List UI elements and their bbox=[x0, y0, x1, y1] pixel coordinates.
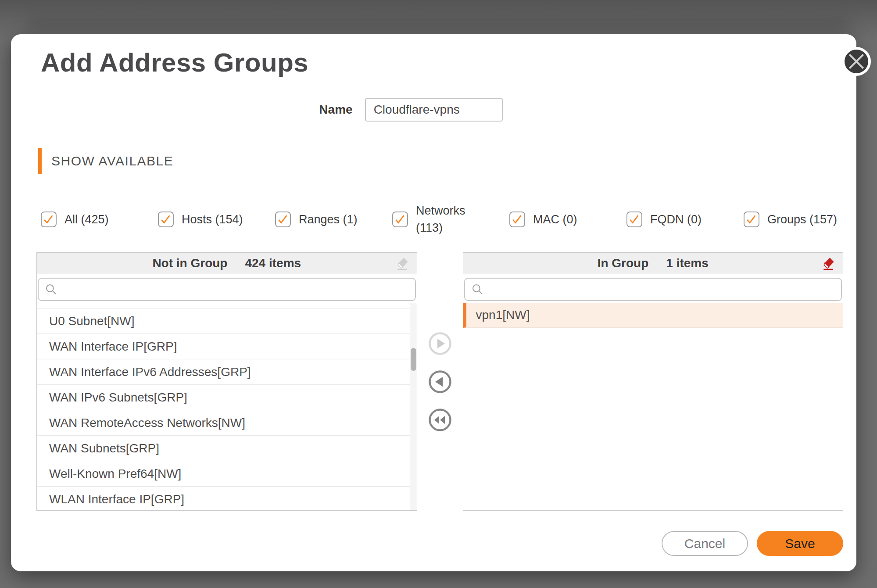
check-icon bbox=[393, 212, 407, 227]
check-icon bbox=[627, 212, 641, 227]
transfer-panels: Not in Group 424 items bbox=[36, 252, 843, 511]
cancel-button[interactable]: Cancel bbox=[662, 531, 748, 556]
filter-label: Groups (157) bbox=[767, 211, 837, 228]
filter-checkbox-item[interactable]: Groups (157) bbox=[744, 211, 837, 228]
filter-checkbox-item[interactable]: Ranges (1) bbox=[275, 211, 392, 228]
in-group-items: vpn1[NW] bbox=[463, 303, 843, 328]
filter-label: Hosts (154) bbox=[182, 211, 243, 228]
filter-checkbox-item[interactable]: FQDN (0) bbox=[626, 211, 744, 228]
name-field-row: Name bbox=[7, 98, 814, 122]
save-button[interactable]: Save bbox=[757, 531, 843, 556]
search-icon bbox=[45, 283, 58, 296]
scrollbar-track[interactable] bbox=[410, 303, 417, 510]
checkbox-icon[interactable] bbox=[626, 212, 642, 227]
list-item[interactable]: WAN Interface IP[GRP] bbox=[37, 334, 417, 359]
checkbox-icon[interactable] bbox=[392, 212, 408, 227]
list-item[interactable]: U0 Subnet[NW] bbox=[37, 308, 417, 334]
in-group-panel: In Group 1 items bbox=[463, 252, 844, 511]
checkbox-icon[interactable] bbox=[158, 212, 174, 227]
list-item[interactable]: WLAN Interface IP[GRP] bbox=[37, 487, 417, 510]
not-in-group-search bbox=[38, 278, 416, 301]
backdrop-blur-content bbox=[26, 18, 851, 29]
add-address-groups-dialog: Add Address Groups Name SHOW AVAILABLE A… bbox=[11, 34, 856, 571]
search-input[interactable] bbox=[63, 283, 409, 296]
not-in-group-panel: Not in Group 424 items bbox=[36, 252, 417, 511]
checkbox-icon[interactable] bbox=[41, 212, 57, 227]
show-available-section: SHOW AVAILABLE bbox=[38, 148, 843, 174]
close-icon bbox=[845, 50, 868, 73]
list-item[interactable]: WAN IPv6 Subnets[GRP] bbox=[37, 385, 417, 410]
filter-label: Ranges (1) bbox=[299, 211, 358, 228]
section-label: SHOW AVAILABLE bbox=[51, 154, 173, 169]
check-icon bbox=[510, 212, 524, 227]
filter-checkbox-item[interactable]: MAC (0) bbox=[509, 211, 626, 228]
checkbox-icon[interactable] bbox=[275, 212, 291, 227]
name-input[interactable] bbox=[365, 98, 503, 122]
checkbox-icon[interactable] bbox=[509, 212, 525, 227]
filter-checkbox-row: All (425) Hosts (154) Ranges (1) bbox=[41, 202, 843, 237]
eraser-icon bbox=[821, 256, 835, 270]
filter-checkbox-item[interactable]: All (425) bbox=[41, 211, 158, 228]
move-right-button[interactable] bbox=[428, 332, 452, 355]
transfer-buttons bbox=[417, 252, 463, 511]
name-label: Name bbox=[319, 103, 352, 117]
search-input[interactable] bbox=[490, 283, 835, 296]
not-in-group-items: U0 Subnet[NW] WAN Interface IP[GRP] WAN … bbox=[37, 308, 417, 510]
filter-label: All (425) bbox=[64, 211, 109, 228]
dialog-footer: Cancel Save bbox=[36, 531, 843, 556]
filter-label: Networks (113) bbox=[416, 202, 475, 237]
not-in-group-list: U0 Subnet[NW] WAN Interface IP[GRP] WAN … bbox=[37, 303, 417, 510]
check-icon bbox=[745, 212, 759, 227]
filter-label: MAC (0) bbox=[533, 211, 577, 228]
not-in-group-count: 424 items bbox=[245, 256, 301, 270]
in-group-list: vpn1[NW] bbox=[463, 303, 843, 510]
in-group-count: 1 items bbox=[666, 256, 709, 270]
double-arrow-left-icon bbox=[428, 408, 452, 432]
move-left-button[interactable] bbox=[428, 370, 452, 394]
scrollbar-thumb[interactable] bbox=[411, 348, 416, 371]
search-icon bbox=[471, 283, 484, 296]
checkbox-icon[interactable] bbox=[744, 212, 759, 227]
list-item[interactable]: WAN Subnets[GRP] bbox=[37, 436, 417, 461]
filter-checkbox-item[interactable]: Networks (113) bbox=[392, 202, 509, 237]
clear-right-selection-button[interactable] bbox=[820, 255, 837, 272]
not-in-group-header: Not in Group 424 items bbox=[37, 253, 417, 274]
move-all-left-button[interactable] bbox=[428, 408, 452, 432]
in-group-header: In Group 1 items bbox=[463, 253, 843, 274]
in-group-title: In Group bbox=[598, 256, 649, 270]
list-item-partial bbox=[37, 303, 417, 308]
clear-left-selection-button[interactable] bbox=[394, 255, 411, 272]
check-icon bbox=[276, 212, 290, 227]
list-item[interactable]: Well-Known Pref64[NW] bbox=[37, 461, 417, 487]
dialog-title: Add Address Groups bbox=[41, 49, 843, 76]
filter-label: FQDN (0) bbox=[650, 211, 702, 228]
section-accent-bar bbox=[38, 148, 42, 174]
list-item[interactable]: WAN RemoteAccess Networks[NW] bbox=[37, 410, 417, 436]
check-icon bbox=[42, 212, 56, 227]
list-item-selected[interactable]: vpn1[NW] bbox=[463, 303, 843, 328]
in-group-search bbox=[464, 278, 842, 301]
arrow-left-icon bbox=[428, 370, 452, 394]
check-icon bbox=[159, 212, 173, 227]
eraser-icon bbox=[395, 256, 409, 270]
arrow-right-icon bbox=[428, 332, 452, 355]
not-in-group-title: Not in Group bbox=[152, 256, 227, 270]
close-button[interactable] bbox=[842, 47, 871, 76]
filter-checkbox-item[interactable]: Hosts (154) bbox=[158, 211, 275, 228]
list-item[interactable]: WAN Interface IPv6 Addresses[GRP] bbox=[37, 359, 417, 385]
